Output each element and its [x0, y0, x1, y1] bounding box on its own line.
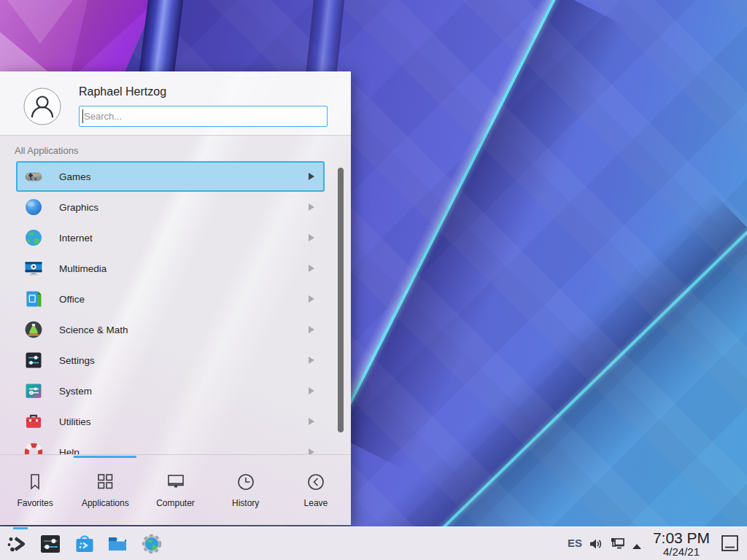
tab-favorites[interactable]: Favorites	[0, 455, 70, 525]
list-scrollbar[interactable]	[338, 168, 344, 432]
category-item-settings[interactable]: Settings	[16, 345, 325, 376]
submenu-arrow-icon	[309, 203, 314, 211]
category-item-help[interactable]: Help	[16, 437, 325, 454]
category-label: Utilities	[59, 416, 91, 427]
tab-label: Favorites	[17, 498, 53, 508]
keyboard-layout-indicator[interactable]: ES	[568, 537, 582, 549]
office-icon	[23, 289, 44, 309]
category-item-games[interactable]: Games	[16, 161, 325, 192]
tab-applications[interactable]: Applications	[70, 455, 140, 525]
tab-history[interactable]: History	[211, 455, 281, 525]
application-launcher-button[interactable]	[6, 532, 29, 556]
category-item-internet[interactable]: Internet	[16, 222, 325, 253]
category-item-science-math[interactable]: Science & Math	[16, 314, 325, 345]
submenu-arrow-icon	[309, 295, 314, 303]
launcher-tabbar: Favorites Applications Computer History	[0, 455, 351, 525]
user-avatar[interactable]	[23, 88, 61, 125]
volume-icon[interactable]	[588, 536, 604, 552]
category-item-graphics[interactable]: Graphics	[16, 192, 325, 222]
submenu-arrow-icon	[309, 387, 314, 394]
expand-tray-icon[interactable]	[632, 540, 642, 546]
multimedia-icon	[23, 258, 44, 279]
category-item-system[interactable]: System	[16, 376, 325, 406]
settings-icon	[23, 350, 44, 370]
show-desktop-button[interactable]	[720, 534, 740, 554]
category-label: Settings	[59, 355, 95, 366]
category-item-office[interactable]: Office	[16, 284, 325, 314]
submenu-arrow-icon	[309, 357, 314, 364]
category-label: Internet	[59, 233, 93, 244]
clock-date: 4/24/21	[649, 546, 713, 558]
category-label: Science & Math	[59, 324, 128, 335]
submenu-arrow-icon	[309, 418, 314, 425]
clock-icon	[236, 472, 256, 492]
user-name: Raphael Hertzog	[79, 85, 166, 98]
tab-label: Computer	[156, 498, 195, 508]
utilities-icon	[23, 411, 44, 432]
submenu-arrow-icon	[309, 265, 314, 272]
active-task-indicator	[13, 527, 28, 529]
tab-label: Applications	[82, 498, 129, 508]
graphics-icon	[23, 197, 44, 217]
discover-icon[interactable]	[73, 532, 96, 556]
application-launcher-menu: Raphael Hertzog All Applications Games	[0, 71, 351, 525]
digital-clock[interactable]: 7:03 PM 4/24/21	[649, 529, 713, 558]
bookmark-icon	[25, 472, 45, 492]
system-icon	[23, 381, 44, 401]
system-settings-icon[interactable]	[39, 532, 62, 556]
clock-time: 7:03 PM	[649, 529, 713, 546]
tab-leave[interactable]: Leave	[281, 455, 351, 525]
internet-icon	[23, 228, 44, 248]
network-icon[interactable]	[610, 536, 626, 552]
tab-label: History	[232, 498, 259, 508]
category-label: Multimedia	[59, 263, 107, 274]
app-grid-icon	[95, 472, 115, 492]
category-label: Graphics	[59, 202, 98, 213]
file-manager-icon[interactable]	[106, 532, 129, 556]
submenu-arrow-icon	[309, 173, 314, 180]
launcher-header: Raphael Hertzog	[0, 71, 351, 136]
category-label: Games	[59, 171, 91, 182]
games-icon	[23, 166, 44, 187]
web-browser-icon[interactable]	[140, 532, 163, 556]
leave-icon	[306, 472, 326, 492]
category-item-utilities[interactable]: Utilities	[16, 406, 325, 437]
text-caret	[82, 109, 83, 123]
help-icon	[23, 442, 44, 454]
tab-label: Leave	[304, 498, 328, 508]
category-label: Help	[59, 447, 80, 455]
category-label: System	[59, 386, 92, 397]
computer-icon	[166, 472, 186, 492]
submenu-arrow-icon	[309, 234, 314, 241]
taskbar: ES 7:03 PM 4/24/21	[0, 526, 747, 560]
submenu-arrow-icon	[309, 448, 314, 454]
category-item-multimedia[interactable]: Multimedia	[16, 253, 325, 284]
science-math-icon	[23, 319, 44, 340]
category-list: Games Graphics Interne	[0, 161, 351, 454]
category-label: Office	[59, 294, 85, 305]
section-label: All Applications	[15, 145, 78, 156]
search-input[interactable]	[79, 106, 328, 127]
tab-computer[interactable]: Computer	[140, 455, 210, 525]
submenu-arrow-icon	[309, 326, 314, 333]
